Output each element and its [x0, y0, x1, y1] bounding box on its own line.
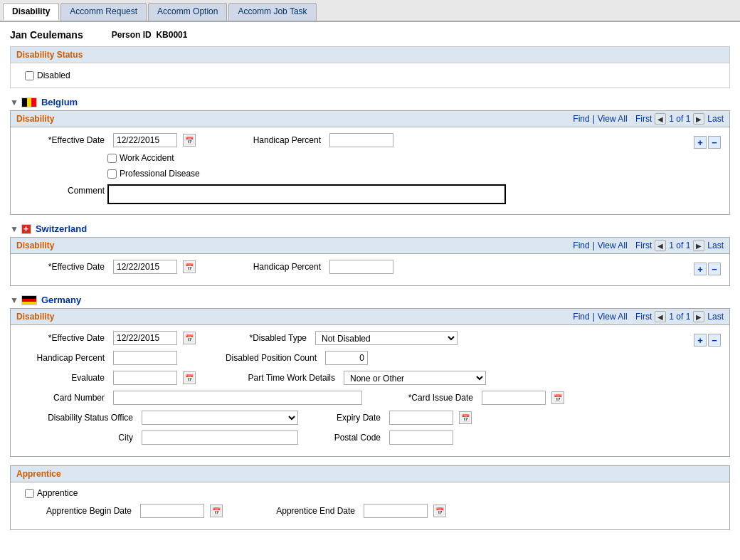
belgium-flag-icon	[21, 97, 37, 107]
switzerland-add-btn[interactable]: +	[694, 263, 707, 275]
belgium-work-accident-row: Work Accident	[107, 153, 506, 163]
switzerland-find-link[interactable]: Find	[573, 241, 589, 250]
germany-part-time-work-select[interactable]: None or Other Reduced Hours Other	[344, 371, 486, 385]
switzerland-disability-box-header: Disability Find | View All First ◀ 1 of …	[11, 238, 729, 254]
belgium-comment-input[interactable]	[107, 184, 506, 204]
germany-card-number-label: Card Number	[19, 393, 105, 403]
germany-postal-code-input[interactable]	[389, 430, 453, 445]
germany-disability-status-office-select[interactable]	[142, 411, 298, 425]
germany-remove-btn[interactable]: −	[708, 334, 721, 347]
switzerland-country-name: Switzerland	[36, 223, 87, 234]
apprentice-dates-row: Apprentice Begin Date 📅 Apprentice End D…	[25, 504, 715, 518]
disabled-checkbox[interactable]	[25, 71, 34, 80]
germany-evaluate-input[interactable]	[113, 371, 177, 385]
belgium-effective-date-row: *Effective Date 📅 Handicap Percent	[19, 133, 506, 147]
disabled-label: Disabled	[37, 70, 70, 80]
germany-city-input[interactable]	[142, 430, 298, 445]
germany-view-all-link[interactable]: View All	[598, 312, 628, 322]
germany-find-link[interactable]: Find	[573, 312, 589, 322]
switzerland-last-label: Last	[707, 241, 724, 250]
germany-disability-nav: Find | View All First ◀ 1 of 1 ▶ Last	[573, 311, 724, 322]
germany-handicap-percent-input[interactable]	[113, 351, 177, 365]
germany-row1: *Effective Date 📅 *Disabled Type Not Dis…	[19, 331, 688, 345]
germany-prev-btn[interactable]: ◀	[655, 311, 666, 322]
switzerland-effective-date-label: *Effective Date	[19, 262, 105, 272]
apprentice-checkbox[interactable]	[25, 489, 34, 498]
apprentice-end-date-cal-btn[interactable]: 📅	[433, 504, 446, 517]
switzerland-section: ▼ Switzerland Disability Find | View All…	[10, 223, 730, 286]
switzerland-first-label: First	[635, 241, 652, 250]
germany-next-btn[interactable]: ▶	[693, 311, 704, 322]
switzerland-next-btn[interactable]: ▶	[693, 240, 704, 251]
belgium-effective-date-input[interactable]	[113, 133, 177, 147]
switzerland-disability-title: Disability	[16, 241, 54, 250]
germany-card-number-input[interactable]	[113, 391, 362, 405]
disability-status-header: Disability Status	[11, 47, 729, 63]
tab-accomm-job-task[interactable]: Accomm Job Task	[228, 3, 316, 21]
germany-effective-date-cal-btn[interactable]: 📅	[183, 332, 196, 344]
belgium-work-accident-checkbox[interactable]	[107, 154, 117, 163]
germany-disabled-position-count-label: Disabled Position Count	[203, 353, 317, 363]
belgium-effective-date-label: *Effective Date	[19, 135, 105, 145]
germany-disability-status-office-label: Disability Status Office	[19, 413, 133, 423]
switzerland-handicap-percent-input[interactable]	[329, 260, 393, 274]
germany-first-label: First	[635, 312, 652, 322]
germany-row3: Evaluate 📅 Part Time Work Details None o…	[19, 371, 688, 385]
switzerland-effective-date-cal-btn[interactable]: 📅	[183, 260, 196, 273]
belgium-professional-disease-row: Professional Disease	[107, 169, 506, 179]
germany-row6: City Postal Code	[19, 430, 688, 445]
switzerland-view-all-link[interactable]: View All	[598, 241, 628, 250]
apprentice-begin-date-cal-btn[interactable]: 📅	[210, 504, 223, 517]
germany-card-issue-date-input[interactable]	[482, 391, 546, 405]
germany-card-issue-date-cal-btn[interactable]: 📅	[551, 391, 564, 404]
belgium-professional-disease-checkbox[interactable]	[107, 169, 117, 179]
germany-expiry-date-input[interactable]	[389, 411, 453, 425]
germany-evaluate-label: Evaluate	[19, 373, 105, 383]
germany-row2: Handicap Percent Disabled Position Count	[19, 351, 688, 365]
switzerland-add-remove-btns: + −	[694, 263, 721, 275]
germany-flag-icon	[21, 295, 37, 305]
apprentice-checkbox-label[interactable]: Apprentice	[25, 488, 78, 498]
germany-disability-box: Disability Find | View All First ◀ 1 of …	[10, 308, 730, 457]
switzerland-remove-btn[interactable]: −	[708, 263, 721, 275]
germany-city-label: City	[19, 433, 133, 443]
belgium-prev-btn[interactable]: ◀	[655, 113, 666, 125]
germany-card-issue-date-label: *Card Issue Date	[388, 393, 473, 403]
switzerland-effective-date-input[interactable]	[113, 260, 177, 274]
belgium-comment-row: Comment	[19, 184, 506, 204]
germany-part-time-work-label: Part Time Work Details	[221, 373, 335, 383]
disabled-checkbox-label[interactable]: Disabled	[25, 70, 715, 80]
belgium-work-accident-label[interactable]: Work Accident	[107, 153, 174, 163]
belgium-header[interactable]: ▼ Belgium	[10, 97, 730, 107]
belgium-add-btn[interactable]: +	[694, 136, 707, 149]
belgium-remove-btn[interactable]: −	[708, 136, 721, 149]
germany-disability-title: Disability	[16, 312, 54, 322]
belgium-next-btn[interactable]: ▶	[693, 113, 704, 125]
tab-accomm-request[interactable]: Accomm Request	[60, 3, 147, 21]
belgium-handicap-percent-input[interactable]	[329, 133, 393, 147]
disability-status-body: Disabled	[11, 63, 729, 88]
tabs-bar: Disability Accomm Request Accomm Option …	[0, 0, 740, 22]
tab-accomm-option[interactable]: Accomm Option	[148, 3, 227, 21]
belgium-professional-disease-label[interactable]: Professional Disease	[107, 169, 200, 179]
apprentice-end-date-input[interactable]	[364, 504, 428, 518]
apprentice-label: Apprentice	[37, 488, 78, 498]
tab-disability[interactable]: Disability	[3, 3, 59, 21]
switzerland-effective-date-row: *Effective Date 📅 Handicap Percent	[19, 260, 393, 274]
germany-expiry-date-cal-btn[interactable]: 📅	[459, 411, 472, 424]
belgium-view-all-link[interactable]: View All	[598, 114, 628, 124]
germany-disabled-type-select[interactable]: Not Disabled Disabled Severely Disabled	[315, 331, 458, 345]
belgium-find-link[interactable]: Find	[573, 114, 589, 124]
switzerland-prev-btn[interactable]: ◀	[655, 240, 666, 251]
apprentice-begin-date-input[interactable]	[140, 504, 204, 518]
germany-disabled-position-count-input[interactable]	[325, 351, 368, 365]
germany-evaluate-cal-btn[interactable]: 📅	[183, 371, 196, 384]
germany-add-btn[interactable]: +	[694, 334, 707, 347]
page-header: Jan Ceulemans Person ID KB0001	[10, 29, 730, 41]
belgium-effective-date-cal-btn[interactable]: 📅	[183, 134, 196, 147]
germany-expiry-date-label: Expiry Date	[324, 413, 381, 423]
germany-effective-date-input[interactable]	[113, 331, 177, 345]
germany-header[interactable]: ▼ Germany	[10, 295, 730, 305]
person-name: Jan Ceulemans	[10, 29, 83, 41]
switzerland-header[interactable]: ▼ Switzerland	[10, 223, 730, 234]
